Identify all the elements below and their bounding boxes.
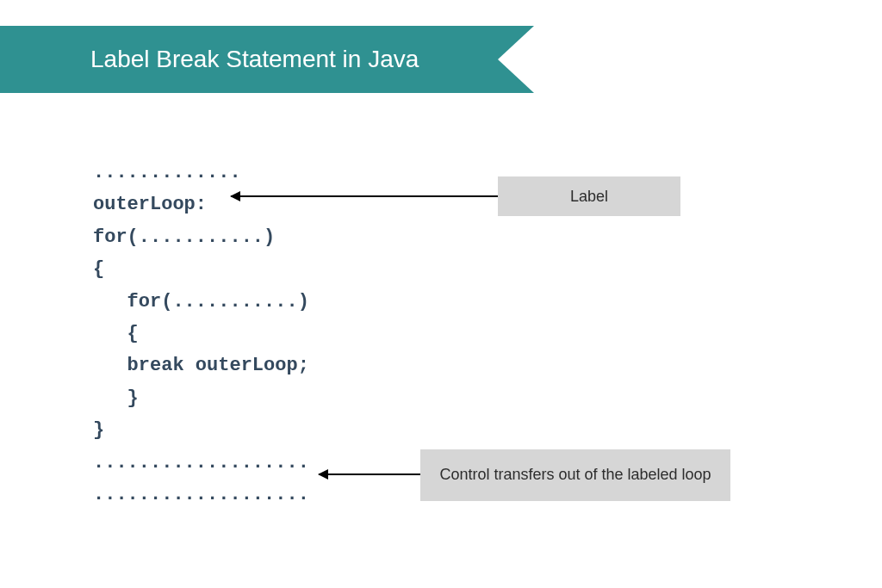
banner-title-text: Label Break Statement in Java bbox=[90, 46, 419, 73]
code-line-2: outerLoop: bbox=[93, 194, 207, 215]
code-line-8: } bbox=[93, 387, 139, 409]
control-annotation-text: Control transfers out of the labeled loo… bbox=[439, 465, 711, 485]
code-line-3: for(...........) bbox=[93, 226, 275, 248]
arrow-to-control bbox=[319, 473, 420, 475]
code-line-4: { bbox=[93, 258, 104, 280]
code-line-7: break outerLoop; bbox=[93, 355, 309, 376]
label-annotation-box: Label bbox=[498, 176, 680, 216]
code-line-5: for(...........) bbox=[93, 291, 309, 313]
label-annotation-text: Label bbox=[570, 188, 608, 206]
code-line-9: } bbox=[93, 419, 104, 441]
code-snippet: ............. outerLoop: for(...........… bbox=[93, 157, 309, 511]
code-line-1: ............. bbox=[93, 162, 241, 183]
arrow-to-label bbox=[231, 195, 498, 197]
code-line-6: { bbox=[93, 323, 139, 344]
code-line-10: ................... bbox=[93, 452, 309, 473]
control-annotation-box: Control transfers out of the labeled loo… bbox=[420, 449, 730, 501]
title-banner: Label Break Statement in Java bbox=[0, 26, 534, 93]
code-line-11: ................... bbox=[93, 484, 309, 505]
